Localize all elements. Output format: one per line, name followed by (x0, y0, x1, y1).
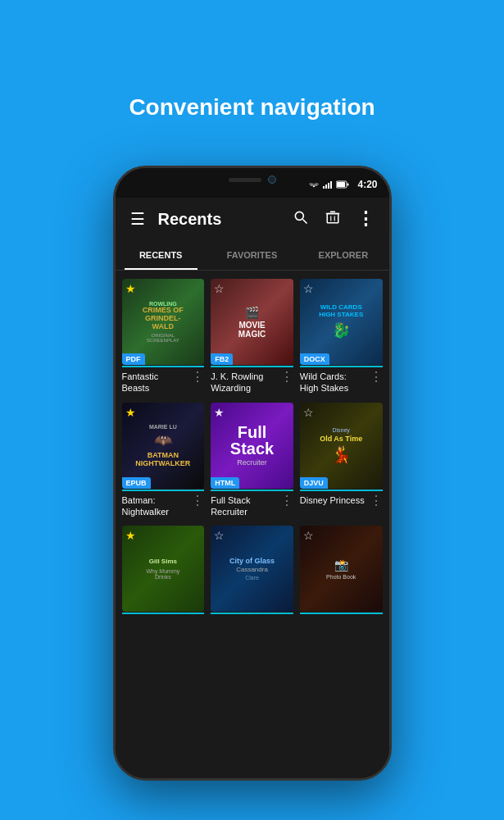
tab-recents[interactable]: RECENTS (116, 240, 207, 270)
progress-bar (122, 366, 205, 367)
book-footer: J. K. RowlingWizarding ⋮ (211, 371, 293, 394)
wifi-icon (308, 180, 320, 189)
book-disney-princess[interactable]: Disney Old As Time 💃 ☆ DJVU Disney Princ… (300, 403, 383, 518)
app-bar-title: Recents (158, 210, 279, 229)
star-icon: ★ (125, 406, 136, 419)
star-icon: ☆ (214, 282, 225, 295)
book-grid: ROWLING CRIMES OFGRINDEL-WALD ORIGINALSC… (116, 271, 389, 778)
book-more-button[interactable]: ⋮ (368, 369, 383, 385)
svg-point-7 (295, 212, 303, 220)
status-time: 4:20 (357, 179, 377, 190)
svg-rect-6 (347, 184, 349, 186)
app-bar: ☰ Recents ⋮ (116, 198, 389, 240)
tabs-bar: RECENTS FAVORITES EXPLORER (116, 240, 389, 271)
delete-button[interactable] (322, 206, 343, 233)
progress-bar (300, 613, 383, 614)
book-batman[interactable]: MARIE LU 🦇 BATMANNIGHTWALKER ★ EPUB Batm… (122, 403, 205, 518)
book-title: Full StackRecruiter (211, 494, 279, 518)
svg-rect-0 (323, 186, 325, 189)
progress-bar (122, 490, 205, 491)
progress-bar (211, 366, 293, 367)
format-badge-docx: DOCX (300, 353, 329, 365)
format-badge-fb2: FB2 (211, 353, 233, 365)
book-row-2: MARIE LU 🦇 BATMANNIGHTWALKER ★ EPUB Batm… (122, 403, 383, 518)
format-badge-djvu: DJVU (300, 477, 328, 489)
book-title: Wild Cards:High Stakes (300, 371, 368, 394)
book-jk-rowling[interactable]: 🎬 MOVIEMAGIC ☆ FB2 J. K. RowlingWizardin… (211, 279, 293, 394)
star-icon: ☆ (303, 406, 314, 419)
star-icon: ★ (214, 406, 225, 419)
book-fantastic-beasts[interactable]: ROWLING CRIMES OFGRINDEL-WALD ORIGINALSC… (122, 279, 205, 394)
progress-bar (211, 613, 293, 614)
book-footer: Batman:Nightwalker ⋮ (122, 494, 205, 518)
progress-bar (300, 490, 383, 491)
svg-rect-3 (330, 181, 332, 189)
book-more-button[interactable]: ⋮ (189, 493, 204, 508)
svg-rect-5 (337, 182, 345, 187)
phone-notch (199, 168, 306, 191)
book-footer: Disney Princess ⋮ (300, 494, 383, 508)
camera (268, 175, 276, 184)
star-icon: ☆ (214, 529, 225, 542)
book-more-button[interactable]: ⋮ (279, 493, 293, 508)
page-headline: Convenient navigation (0, 94, 504, 121)
book-title: Batman:Nightwalker (122, 494, 190, 518)
book-more-button[interactable]: ⋮ (189, 369, 204, 385)
search-button[interactable] (289, 206, 312, 233)
star-icon: ★ (125, 282, 136, 295)
book-city-of-glass[interactable]: City of Glass Cassandra Clare ☆ (211, 526, 293, 614)
star-icon: ☆ (303, 282, 314, 295)
book-more-button[interactable]: ⋮ (279, 369, 293, 385)
menu-button[interactable]: ☰ (127, 206, 148, 232)
book-cover-third: 📸 Photo Book ☆ (300, 526, 383, 612)
book-more-button[interactable]: ⋮ (368, 493, 383, 508)
book-cover-fantastic: ROWLING CRIMES OFGRINDEL-WALD ORIGINALSC… (122, 279, 205, 365)
book-gill-sims[interactable]: Gill Sims Why MummyDrinks ★ (122, 526, 205, 614)
book-cover-cityofglass: City of Glass Cassandra Clare ☆ (211, 526, 293, 612)
book-cover-batman: MARIE LU 🦇 BATMANNIGHTWALKER ★ EPUB (122, 403, 205, 489)
svg-rect-1 (325, 184, 327, 189)
format-badge-epub: EPUB (122, 477, 151, 489)
book-cover-jk: 🎬 MOVIEMAGIC ☆ FB2 (211, 279, 293, 365)
progress-bar (122, 613, 205, 614)
status-icons: 4:20 (308, 179, 377, 190)
header-section: Convenient navigation (0, 0, 504, 166)
book-cover-gill: Gill Sims Why MummyDrinks ★ (122, 526, 205, 612)
book-title: FantasticBeasts (122, 371, 190, 394)
star-icon: ☆ (303, 529, 314, 542)
progress-bar (300, 366, 383, 367)
tab-explorer[interactable]: EXPLORER (297, 240, 388, 270)
tab-favorites[interactable]: FAVORITES (207, 240, 297, 270)
battery-icon (336, 180, 349, 189)
book-wild-cards[interactable]: WILD CARDSHIGH STAKES 🐉 ☆ DOCX Wild Card… (300, 279, 383, 394)
more-options-button[interactable]: ⋮ (353, 205, 378, 233)
svg-rect-9 (327, 213, 338, 222)
signal-icon (323, 180, 333, 189)
svg-line-8 (302, 219, 306, 223)
star-icon: ★ (125, 529, 136, 542)
book-cover-fullstack: FullStack Recruiter ★ HTML (211, 403, 293, 489)
book-row-1: ROWLING CRIMES OFGRINDEL-WALD ORIGINALSC… (122, 279, 383, 394)
book-title: J. K. RowlingWizarding (211, 371, 279, 394)
phone-frame: 4:20 ☰ Recents ⋮ RECENTS FAVORITES EXPLO… (113, 166, 392, 781)
book-title: Disney Princess (300, 494, 368, 506)
book-full-stack[interactable]: FullStack Recruiter ★ HTML Full StackRec… (211, 403, 293, 518)
book-footer: Wild Cards:High Stakes ⋮ (300, 371, 383, 394)
svg-rect-2 (328, 183, 329, 189)
book-footer: FantasticBeasts ⋮ (122, 371, 205, 394)
book-footer: Full StackRecruiter ⋮ (211, 494, 293, 518)
book-cover-disney: Disney Old As Time 💃 ☆ DJVU (300, 403, 383, 489)
format-badge-html: HTML (211, 477, 239, 489)
book-row-3: Gill Sims Why MummyDrinks ★ City of Glas… (122, 526, 383, 614)
format-badge-pdf: PDF (122, 353, 145, 365)
progress-bar (211, 490, 293, 491)
book-cover-wildcards: WILD CARDSHIGH STAKES 🐉 ☆ DOCX (300, 279, 383, 365)
book-third[interactable]: 📸 Photo Book ☆ (300, 526, 383, 614)
speaker (229, 178, 261, 182)
